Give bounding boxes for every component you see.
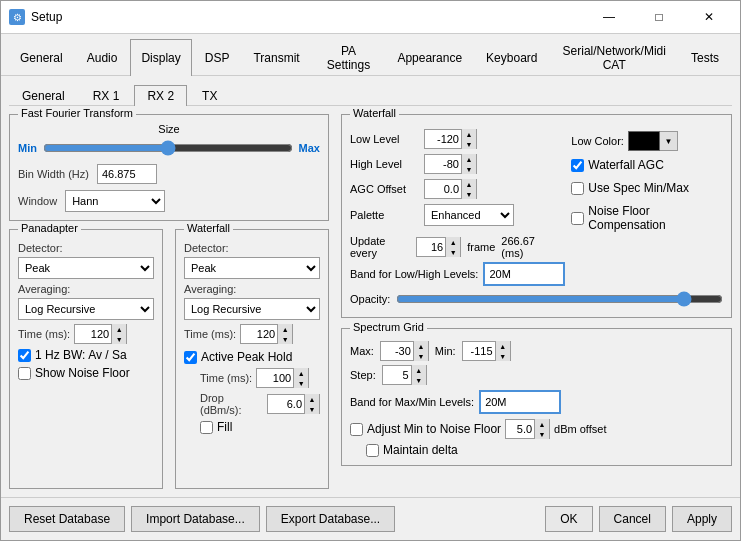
opacity-slider[interactable] (396, 289, 723, 309)
low-color-dropdown[interactable]: ▼ (660, 131, 678, 151)
panadapter-time-input[interactable] (75, 327, 111, 341)
show-noise-floor-check[interactable] (18, 367, 31, 380)
app-icon: ⚙ (9, 9, 25, 25)
wf-time-up[interactable]: ▲ (278, 324, 292, 334)
panadapter-avg-select[interactable]: Log Recursive Linear (18, 298, 154, 320)
wf-avg-select[interactable]: Log Recursive Linear (184, 298, 320, 320)
adjust-min-check[interactable] (350, 423, 363, 436)
minimize-button[interactable]: — (586, 7, 632, 27)
update-every-label: Update every (350, 235, 410, 259)
low-level-spin: ▲ ▼ (424, 129, 477, 149)
sub-tab-general[interactable]: General (9, 85, 78, 106)
peak-time-up[interactable]: ▲ (294, 368, 308, 378)
cancel-button[interactable]: Cancel (599, 506, 666, 532)
maintain-delta-check[interactable] (366, 444, 379, 457)
palette-label: Palette (350, 209, 420, 221)
agc-offset-up[interactable]: ▲ (462, 179, 476, 189)
panadapter-time-down[interactable]: ▼ (112, 334, 126, 344)
tab-tests[interactable]: Tests (680, 39, 730, 76)
wf-time-down[interactable]: ▼ (278, 334, 292, 344)
high-level-up[interactable]: ▲ (462, 154, 476, 164)
low-level-up[interactable]: ▲ (462, 129, 476, 139)
tab-dsp[interactable]: DSP (194, 39, 241, 76)
update-input[interactable] (417, 240, 445, 254)
high-level-label: High Level (350, 158, 420, 170)
fft-title: Fast Fourier Transform (18, 107, 136, 119)
active-peak-check[interactable] (184, 351, 197, 364)
apply-button[interactable]: Apply (672, 506, 732, 532)
maximize-button[interactable]: □ (636, 7, 682, 27)
sg-min-down[interactable]: ▼ (496, 351, 510, 361)
agc-offset-input[interactable] (425, 182, 461, 196)
panadapter-detector-select[interactable]: Peak Average (18, 257, 154, 279)
panadapter-title: Panadapter (18, 222, 81, 234)
low-level-down[interactable]: ▼ (462, 139, 476, 149)
sg-max-up[interactable]: ▲ (414, 341, 428, 351)
sg-max-input[interactable] (381, 344, 413, 358)
sub-tab-tx[interactable]: TX (189, 85, 230, 106)
tab-transmit[interactable]: Transmit (242, 39, 310, 76)
band-max-min-input[interactable] (480, 391, 560, 413)
high-level-down[interactable]: ▼ (462, 164, 476, 174)
low-level-input[interactable] (425, 132, 461, 146)
sub-tab-rx1[interactable]: RX 1 (80, 85, 133, 106)
tab-pa-settings[interactable]: PA Settings (313, 39, 385, 76)
tab-display[interactable]: Display (130, 39, 191, 76)
sg-max-down[interactable]: ▼ (414, 351, 428, 361)
tab-general[interactable]: General (9, 39, 74, 76)
sg-step-down[interactable]: ▼ (412, 375, 426, 385)
drop-input[interactable] (268, 397, 304, 411)
waterfall-agc-check[interactable] (571, 159, 584, 172)
reset-database-button[interactable]: Reset Database (9, 506, 125, 532)
export-database-button[interactable]: Export Database... (266, 506, 395, 532)
main-tab-bar: General Audio Display DSP Transmit PA Se… (1, 34, 740, 76)
waterfall-right-title: Waterfall (350, 107, 399, 119)
tab-serial[interactable]: Serial/Network/Midi CAT (550, 39, 678, 76)
size-slider[interactable] (43, 138, 293, 158)
sg-min-input[interactable] (463, 344, 495, 358)
update-down[interactable]: ▼ (446, 247, 460, 257)
tab-appearance[interactable]: Appearance (386, 39, 473, 76)
band-max-min-label: Band for Max/Min Levels: (350, 396, 474, 408)
import-database-button[interactable]: Import Database... (131, 506, 260, 532)
window-select[interactable]: Hann Hamming Blackman None (65, 190, 165, 212)
ok-button[interactable]: OK (545, 506, 592, 532)
sg-step-up[interactable]: ▲ (412, 365, 426, 375)
drop-down[interactable]: ▼ (305, 404, 319, 414)
sub-tab-rx2[interactable]: RX 2 (134, 85, 187, 106)
peak-time-input[interactable] (257, 371, 293, 385)
peak-time-label: Time (ms): (200, 372, 252, 384)
sg-step-spin: ▲ ▼ (382, 365, 427, 385)
low-level-label: Low Level (350, 133, 420, 145)
use-spec-check[interactable] (571, 182, 584, 195)
wf-detector-select[interactable]: Peak Average (184, 257, 320, 279)
adjust-up[interactable]: ▲ (535, 419, 549, 429)
close-button[interactable]: ✕ (686, 7, 732, 27)
adjust-down[interactable]: ▼ (535, 429, 549, 439)
tab-keyboard[interactable]: Keyboard (475, 39, 548, 76)
panadapter-time-up[interactable]: ▲ (112, 324, 126, 334)
agc-offset-down[interactable]: ▼ (462, 189, 476, 199)
high-level-input[interactable] (425, 157, 461, 171)
band-low-high-input[interactable] (484, 263, 564, 285)
title-bar: ⚙ Setup — □ ✕ (1, 1, 740, 34)
hz-bw-check[interactable] (18, 349, 31, 362)
drop-up[interactable]: ▲ (305, 394, 319, 404)
bin-width-input[interactable] (97, 164, 157, 184)
wf-time-input[interactable] (241, 327, 277, 341)
sub-tab-bar: General RX 1 RX 2 TX (9, 84, 732, 106)
min-label: Min (18, 142, 37, 154)
main-content: Fast Fourier Transform Size Min Max Bin … (9, 114, 732, 489)
update-up[interactable]: ▲ (446, 237, 460, 247)
window-title: Setup (31, 10, 62, 24)
fill-check[interactable] (200, 421, 213, 434)
size-slider-row: Min Max (18, 138, 320, 158)
tab-audio[interactable]: Audio (76, 39, 129, 76)
sg-min-up[interactable]: ▲ (496, 341, 510, 351)
noise-floor-comp-check[interactable] (571, 212, 584, 225)
peak-time-down[interactable]: ▼ (294, 378, 308, 388)
adjust-input[interactable] (506, 422, 534, 436)
low-color-swatch[interactable] (628, 131, 660, 151)
palette-select[interactable]: Enhanced Default Spectrum Rainbow (424, 204, 514, 226)
sg-step-input[interactable] (383, 368, 411, 382)
